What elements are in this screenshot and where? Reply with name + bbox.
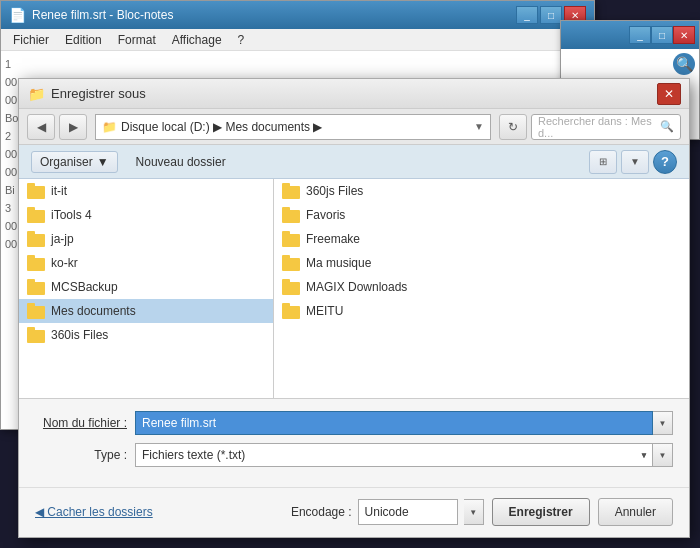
dialog-close-button[interactable]: ✕ bbox=[657, 83, 681, 105]
search-box[interactable]: Rechercher dans : Mes d... 🔍 bbox=[531, 114, 681, 140]
folder-address-icon: 📁 bbox=[102, 120, 117, 134]
address-separator-2: ▶ bbox=[313, 120, 322, 134]
encoding-dropdown-button[interactable]: ▼ bbox=[464, 499, 484, 525]
refresh-button[interactable]: ↻ bbox=[499, 114, 527, 140]
second-maximize-button[interactable]: □ bbox=[651, 26, 673, 44]
left-folder-label-4: MCSBackup bbox=[51, 280, 118, 294]
back-icon: ◀ bbox=[37, 120, 46, 134]
left-folder-3[interactable]: ko-kr bbox=[19, 251, 273, 275]
left-folder-label-6: 360is Files bbox=[51, 328, 108, 342]
dialog-window: 📁 Enregistrer sous ✕ ◀ ▶ 📁 Disque local … bbox=[18, 78, 690, 538]
right-folder-5[interactable]: MEITU bbox=[274, 299, 689, 323]
right-folder-label-5: MEITU bbox=[306, 304, 343, 318]
left-folder-5[interactable]: Mes documents bbox=[19, 299, 273, 323]
maximize-button[interactable]: □ bbox=[540, 6, 562, 24]
filename-dropdown-button[interactable]: ▼ bbox=[653, 411, 673, 435]
nav-back-button[interactable]: ◀ bbox=[27, 114, 55, 140]
folder-icon-0 bbox=[27, 183, 45, 199]
folder-icon-4 bbox=[27, 279, 45, 295]
dialog-organizer-bar: Organiser ▼ Nouveau dossier ⊞ ▼ ? bbox=[19, 145, 689, 179]
dialog-window-icon: 📁 bbox=[27, 85, 45, 103]
search-placeholder-text: Rechercher dans : Mes d... bbox=[538, 115, 660, 139]
right-folder-1[interactable]: Favoris bbox=[274, 203, 689, 227]
type-select[interactable]: Fichiers texte (*.txt) ▼ bbox=[135, 443, 653, 467]
left-folder-0[interactable]: it-it bbox=[19, 179, 273, 203]
address-dropdown-icon: ▼ bbox=[474, 121, 484, 132]
right-panel: 360js Files Favoris Freemake Ma musique … bbox=[274, 179, 689, 398]
new-folder-button[interactable]: Nouveau dossier bbox=[126, 152, 236, 172]
right-folder-label-3: Ma musique bbox=[306, 256, 371, 270]
menu-help[interactable]: ? bbox=[230, 31, 253, 49]
menu-format[interactable]: Format bbox=[110, 31, 164, 49]
dialog-bottom-bar: ◀ Cacher les dossiers Encodage : Unicode… bbox=[19, 487, 689, 536]
organizer-dropdown-icon: ▼ bbox=[97, 155, 109, 169]
type-row: Type : Fichiers texte (*.txt) ▼ ▼ bbox=[35, 443, 673, 467]
filename-input[interactable]: Renee film.srt bbox=[135, 411, 653, 435]
encoding-select[interactable]: Unicode bbox=[358, 499, 458, 525]
folder-icon-3 bbox=[27, 255, 45, 271]
address-part2: Mes documents bbox=[225, 120, 310, 134]
menu-fichier[interactable]: Fichier bbox=[5, 31, 57, 49]
filename-row: Nom du fichier : Renee film.srt ▼ bbox=[35, 411, 673, 435]
save-button[interactable]: Enregistrer bbox=[492, 498, 590, 526]
organizer-label: Organiser bbox=[40, 155, 93, 169]
right-folder-label-2: Freemake bbox=[306, 232, 360, 246]
filename-value: Renee film.srt bbox=[142, 416, 216, 430]
right-folder-label-4: MAGIX Downloads bbox=[306, 280, 407, 294]
type-value: Fichiers texte (*.txt) bbox=[142, 448, 245, 462]
folder-icon-1 bbox=[27, 207, 45, 223]
second-titlebar: _ □ ✕ bbox=[561, 21, 699, 49]
search-icon-second[interactable]: 🔍 bbox=[673, 53, 695, 75]
menu-affichage[interactable]: Affichage bbox=[164, 31, 230, 49]
second-minimize-button[interactable]: _ bbox=[629, 26, 651, 44]
address-part1: Disque local (D:) bbox=[121, 120, 210, 134]
notepad-line-1: 1 bbox=[5, 55, 590, 73]
organizer-button[interactable]: Organiser ▼ bbox=[31, 151, 118, 173]
encoding-group: Encodage : Unicode ▼ bbox=[291, 499, 484, 525]
type-dropdown-button[interactable]: ▼ bbox=[653, 443, 673, 467]
cancel-button[interactable]: Annuler bbox=[598, 498, 673, 526]
left-folder-1[interactable]: iTools 4 bbox=[19, 203, 273, 227]
second-close-button[interactable]: ✕ bbox=[673, 26, 695, 44]
dialog-file-area: it-it iTools 4 ja-jp ko-kr MCSBackup Mes… bbox=[19, 179, 689, 399]
dialog-form: Nom du fichier : Renee film.srt ▼ Type :… bbox=[19, 399, 689, 487]
left-folder-label-1: iTools 4 bbox=[51, 208, 92, 222]
encoding-value: Unicode bbox=[365, 505, 409, 519]
left-folder-6[interactable]: 360is Files bbox=[19, 323, 273, 347]
left-folder-2[interactable]: ja-jp bbox=[19, 227, 273, 251]
address-bar[interactable]: 📁 Disque local (D:) ▶ Mes documents ▶ ▼ bbox=[95, 114, 491, 140]
nav-forward-button[interactable]: ▶ bbox=[59, 114, 87, 140]
right-folder-3[interactable]: Ma musique bbox=[274, 251, 689, 275]
dialog-titlebar: 📁 Enregistrer sous ✕ bbox=[19, 79, 689, 109]
notepad-menubar: Fichier Edition Format Affichage ? bbox=[1, 29, 594, 51]
folder-icon-2 bbox=[27, 231, 45, 247]
right-folder-icon-3 bbox=[282, 255, 300, 271]
folder-icon-5 bbox=[27, 303, 45, 319]
view-mode-button[interactable]: ⊞ bbox=[589, 150, 617, 174]
right-folder-icon-4 bbox=[282, 279, 300, 295]
address-separator-1: ▶ bbox=[213, 120, 225, 134]
left-folder-label-2: ja-jp bbox=[51, 232, 74, 246]
view-dropdown-button[interactable]: ▼ bbox=[621, 150, 649, 174]
left-panel: it-it iTools 4 ja-jp ko-kr MCSBackup Mes… bbox=[19, 179, 274, 398]
right-folder-icon-2 bbox=[282, 231, 300, 247]
view-controls: ⊞ ▼ ? bbox=[589, 150, 677, 174]
left-folder-4[interactable]: MCSBackup bbox=[19, 275, 273, 299]
right-folder-2[interactable]: Freemake bbox=[274, 227, 689, 251]
help-button[interactable]: ? bbox=[653, 150, 677, 174]
type-label: Type : bbox=[35, 448, 135, 462]
right-folder-icon-1 bbox=[282, 207, 300, 223]
left-folder-label-5: Mes documents bbox=[51, 304, 136, 318]
right-folder-label-1: Favoris bbox=[306, 208, 345, 222]
notepad-icon: 📄 bbox=[9, 7, 26, 23]
right-folder-4[interactable]: MAGIX Downloads bbox=[274, 275, 689, 299]
search-magnifier-icon: 🔍 bbox=[660, 120, 674, 133]
hide-folders-button[interactable]: ◀ Cacher les dossiers bbox=[35, 505, 153, 519]
notepad-title: Renee film.srt - Bloc-notes bbox=[32, 8, 516, 22]
right-folder-label-0: 360js Files bbox=[306, 184, 363, 198]
menu-edition[interactable]: Edition bbox=[57, 31, 110, 49]
forward-icon: ▶ bbox=[69, 120, 78, 134]
right-folder-0[interactable]: 360js Files bbox=[274, 179, 689, 203]
dialog-toolbar: ◀ ▶ 📁 Disque local (D:) ▶ Mes documents … bbox=[19, 109, 689, 145]
minimize-button[interactable]: _ bbox=[516, 6, 538, 24]
